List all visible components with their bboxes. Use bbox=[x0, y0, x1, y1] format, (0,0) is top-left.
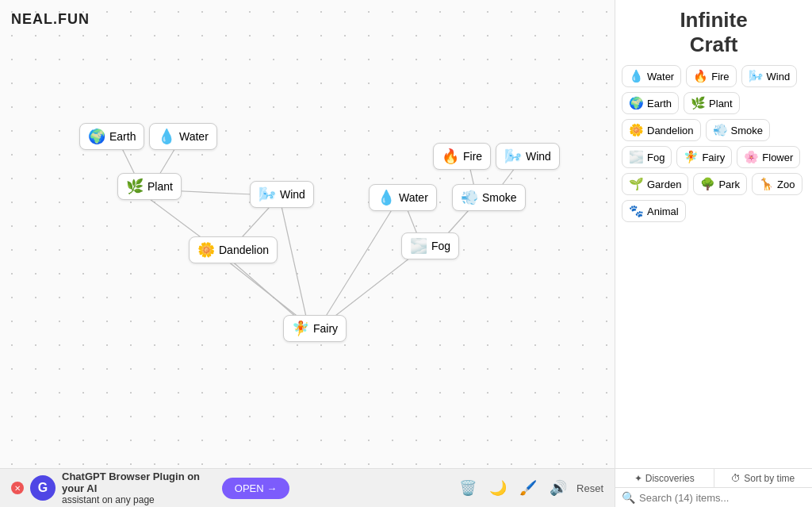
fairy-canvas-element[interactable]: 🧚 Fairy bbox=[283, 315, 347, 342]
sort-tab[interactable]: ⏱ Sort by time bbox=[714, 469, 813, 487]
chip-fairy[interactable]: 🧚 Fairy bbox=[676, 146, 732, 168]
wind-chip-icon: 🌬️ bbox=[749, 69, 764, 83]
chip-garden[interactable]: 🌱 Garden bbox=[622, 173, 688, 195]
svg-line-13 bbox=[224, 254, 304, 324]
fog-canvas-icon: 🌫️ bbox=[410, 237, 427, 255]
earth-canvas-label: Earth bbox=[109, 130, 136, 143]
flower-chip-icon: 🌸 bbox=[744, 150, 759, 164]
ad-close-button[interactable]: ✕ bbox=[11, 482, 24, 494]
fog-chip-label: Fog bbox=[647, 152, 665, 163]
reset-button[interactable]: Reset bbox=[576, 482, 603, 494]
water1-canvas-element[interactable]: 💧 Water bbox=[149, 123, 217, 150]
dark-mode-button[interactable]: 🌙 bbox=[486, 476, 510, 500]
plant-canvas-label: Plant bbox=[147, 180, 173, 193]
chip-water[interactable]: 💧 Water bbox=[622, 65, 681, 87]
water2-canvas-label: Water bbox=[399, 191, 428, 204]
water2-canvas-icon: 💧 bbox=[377, 189, 395, 206]
fire-canvas-element[interactable]: 🔥 Fire bbox=[433, 143, 491, 170]
earth-chip-label: Earth bbox=[647, 98, 672, 109]
sound-button[interactable]: 🔊 bbox=[546, 476, 570, 500]
plant-canvas-icon: 🌿 bbox=[126, 178, 144, 195]
chip-park[interactable]: 🌳 Park bbox=[693, 173, 747, 195]
dandelion-canvas-label: Dandelion bbox=[219, 244, 269, 256]
water-chip-label: Water bbox=[647, 71, 674, 83]
fire-chip-icon: 🔥 bbox=[693, 69, 708, 83]
wind2-canvas-icon: 🌬️ bbox=[504, 148, 522, 165]
ad-open-button[interactable]: OPEN → bbox=[222, 478, 289, 499]
game-title-line1: Infinite bbox=[622, 8, 806, 33]
discoveries-icon: ✦ bbox=[634, 473, 642, 484]
chip-smoke[interactable]: 💨 Smoke bbox=[706, 119, 770, 141]
animal-chip-label: Animal bbox=[647, 205, 679, 217]
wind-canvas-label: Wind bbox=[280, 188, 305, 201]
brush-button[interactable]: 🖌️ bbox=[516, 476, 540, 500]
fire-chip-label: Fire bbox=[711, 71, 729, 83]
fire-canvas-icon: 🔥 bbox=[442, 148, 459, 165]
game-title: Infinite Craft bbox=[622, 8, 806, 57]
ad-text: ChatGPT Browser Plugin on your AI assist… bbox=[62, 471, 216, 505]
zoo-chip-icon: 🦒 bbox=[759, 177, 774, 191]
chip-fire[interactable]: 🔥 Fire bbox=[686, 65, 736, 87]
garden-chip-icon: 🌱 bbox=[629, 177, 644, 191]
earth-chip-icon: 🌍 bbox=[629, 96, 644, 110]
connection-lines bbox=[0, 0, 615, 468]
delete-button[interactable]: 🗑️ bbox=[456, 476, 480, 500]
elements-grid: 💧 Water 🔥 Fire 🌬️ Wind 🌍 Earth 🌿 Plant 🌼… bbox=[622, 65, 806, 222]
wind-chip-label: Wind bbox=[767, 71, 791, 83]
fire-canvas-label: Fire bbox=[463, 150, 482, 163]
ad-logo-icon: G bbox=[30, 475, 56, 501]
chip-flower[interactable]: 🌸 Flower bbox=[737, 146, 800, 168]
smoke-canvas-element[interactable]: 💨 Smoke bbox=[452, 184, 526, 211]
earth-canvas-element[interactable]: 🌍 Earth bbox=[79, 123, 144, 150]
chip-wind[interactable]: 🌬️ Wind bbox=[741, 65, 798, 87]
water-chip-icon: 💧 bbox=[629, 69, 644, 83]
ad-subtitle: assistant on any page bbox=[62, 494, 155, 505]
fog-canvas-element[interactable]: 🌫️ Fog bbox=[401, 232, 459, 259]
chip-earth[interactable]: 🌍 Earth bbox=[622, 92, 679, 114]
wind-canvas-icon: 🌬️ bbox=[259, 186, 276, 203]
earth-canvas-icon: 🌍 bbox=[88, 128, 105, 145]
animal-chip-icon: 🐾 bbox=[629, 204, 644, 218]
chip-animal[interactable]: 🐾 Animal bbox=[622, 200, 686, 222]
water1-canvas-label: Water bbox=[179, 130, 209, 143]
dandelion-canvas-icon: 🌼 bbox=[197, 241, 215, 259]
search-input[interactable] bbox=[639, 492, 806, 504]
water1-canvas-icon: 💧 bbox=[158, 128, 175, 145]
fairy-canvas-icon: 🧚 bbox=[292, 320, 309, 337]
chip-dandelion[interactable]: 🌼 Dandelion bbox=[622, 119, 701, 141]
discoveries-tab[interactable]: ✦ Discoveries bbox=[615, 469, 714, 487]
chip-fog[interactable]: 🌫️ Fog bbox=[622, 146, 672, 168]
sidebar: Infinite Craft 💧 Water 🔥 Fire 🌬️ Wind 🌍 … bbox=[615, 0, 812, 468]
plant-canvas-element[interactable]: 🌿 Plant bbox=[117, 173, 182, 200]
plant-chip-icon: 🌿 bbox=[691, 96, 706, 110]
fairy-chip-icon: 🧚 bbox=[684, 150, 699, 164]
wind-canvas-element[interactable]: 🌬️ Wind bbox=[250, 181, 314, 208]
fairy-chip-label: Fairy bbox=[702, 152, 725, 163]
ad-title: ChatGPT Browser Plugin on your AI bbox=[62, 471, 216, 494]
smoke-canvas-icon: 💨 bbox=[461, 189, 478, 206]
discoveries-tab-label: Discoveries bbox=[645, 473, 695, 484]
sidebar-bottom: ✦ Discoveries ⏱ Sort by time 🔍 bbox=[615, 468, 812, 507]
search-icon: 🔍 bbox=[622, 491, 635, 504]
wind2-canvas-element[interactable]: 🌬️ Wind bbox=[496, 143, 560, 170]
ad-banner: ✕ G ChatGPT Browser Plugin on your AI as… bbox=[0, 468, 615, 507]
smoke-chip-icon: 💨 bbox=[713, 123, 728, 137]
chip-zoo[interactable]: 🦒 Zoo bbox=[752, 173, 802, 195]
logo: NEAL.FUN bbox=[11, 11, 90, 28]
dandelion-canvas-element[interactable]: 🌼 Dandelion bbox=[189, 236, 278, 263]
fog-chip-icon: 🌫️ bbox=[629, 150, 644, 164]
svg-line-4 bbox=[220, 255, 307, 324]
svg-line-10 bbox=[325, 250, 420, 324]
svg-line-11 bbox=[282, 206, 308, 324]
canvas-area[interactable]: 🌍 Earth 💧 Water 🌿 Plant 🌬️ Wind 🌼 Dandel… bbox=[0, 0, 615, 468]
search-bar: 🔍 bbox=[615, 488, 812, 507]
smoke-canvas-label: Smoke bbox=[482, 191, 517, 204]
fog-canvas-label: Fog bbox=[431, 240, 450, 252]
park-chip-label: Park bbox=[718, 179, 740, 190]
svg-line-12 bbox=[321, 202, 396, 324]
sidebar-tabs: ✦ Discoveries ⏱ Sort by time bbox=[615, 469, 812, 488]
chip-plant[interactable]: 🌿 Plant bbox=[684, 92, 740, 114]
park-chip-icon: 🌳 bbox=[700, 177, 715, 191]
sort-icon: ⏱ bbox=[731, 473, 741, 484]
water2-canvas-element[interactable]: 💧 Water bbox=[369, 184, 437, 211]
